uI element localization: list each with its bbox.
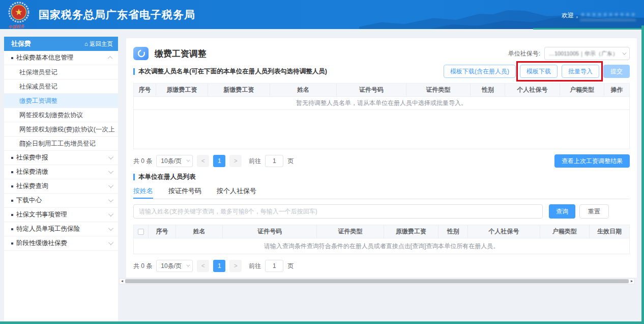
template-download-button[interactable]: 模板下载 — [520, 65, 558, 78]
scroll-right-arrow-icon[interactable]: ▸ — [629, 279, 634, 284]
bullet-icon — [11, 200, 13, 202]
col-personal-ss-no: 个人社保号 — [505, 84, 560, 96]
bullet-icon — [11, 171, 13, 173]
sidebar-group-download-center[interactable]: 下载中心 — [4, 194, 118, 208]
adjust-staff-empty-message: 暂无待调整人员名单，请从本单位在册人员中选择或批量导入。 — [134, 97, 629, 110]
chevron-up-icon — [108, 56, 113, 61]
col-select-all — [134, 225, 149, 238]
col-gender: 性别 — [438, 225, 468, 238]
chevron-down-icon — [108, 169, 113, 174]
home-icon: ⌂ — [84, 41, 88, 47]
adjust-staff-table: 序号 原缴费工资 新缴费工资 姓名 证件号码 证件类型 性别 个人社保号 户籍类… — [133, 83, 630, 149]
page-size-select[interactable]: 10条/页 — [156, 155, 193, 167]
scrollbar-thumb[interactable] — [125, 279, 629, 283]
welcome-prefix: 欢迎， — [562, 12, 580, 19]
sidebar-group-payoff[interactable]: 社保费清缴 — [4, 165, 118, 179]
select-all-checkbox[interactable] — [138, 229, 144, 235]
goto-page-input[interactable] — [265, 155, 283, 167]
registered-staff-empty-message: 请输入查询条件查询符合条件的在册人员或者直接点击[查询]查询本单位所有在册人员。 — [134, 238, 629, 254]
total-count: 共 0 条 — [133, 262, 152, 271]
sidebar-group-label: 社保费查询 — [16, 182, 48, 191]
scroll-left-arrow-icon[interactable]: ◂ — [120, 279, 125, 284]
sidebar-title: 社保费 — [11, 39, 31, 48]
back-home-label: 返回主页 — [90, 40, 113, 48]
submit-button[interactable]: 提交 — [603, 65, 630, 78]
section2-header-row: 本单位在册人员列表 — [133, 172, 630, 182]
col-name: 姓名 — [176, 225, 223, 238]
sidebar-item-remove-staff[interactable]: 社保减员登记 — [4, 79, 118, 94]
staff-name-search-input[interactable] — [133, 204, 543, 219]
tab-by-personal-ss[interactable]: 按个人社保号 — [217, 184, 256, 199]
back-home-link[interactable]: ⌂ 返回主页 — [84, 40, 113, 48]
logo-caption: 中国税务 — [8, 23, 25, 29]
unit-social-insurance-field: 单位社保号: …10011005｜华示（广东）单位社… — [508, 47, 630, 60]
bullet-icon — [11, 214, 13, 216]
red-annotation-box: 模板下载 批量导入 — [520, 65, 599, 78]
sidebar-item-esign-tax-agreement[interactable]: 网签授权划缴税(费)款协议(一次上门) — [4, 122, 118, 137]
sidebar-group-query[interactable]: 社保费查询 — [4, 179, 118, 194]
col-id-number: 证件号码 — [337, 84, 406, 96]
chevron-down-icon — [187, 158, 190, 162]
goto-page-input[interactable] — [265, 260, 283, 272]
adjust-staff-table-blank-area — [134, 110, 629, 149]
main-panel: 缴费工资调整 单位社保号: …10011005｜华示（广东）单位社… 本次调整人… — [126, 38, 637, 278]
prev-page-button[interactable]: < — [197, 155, 209, 167]
welcome-username-masked[interactable]: ＊＊＊＊＊＊＊＊＊＊ — [580, 11, 636, 20]
sidebar-group-document-matters[interactable]: 社保文书事项管理 — [4, 208, 118, 222]
sidebar-group-label: 阶段性缓缴社保费 — [16, 239, 67, 248]
unit-social-insurance-value-masked: …10011005｜华示（广东）单位社… — [549, 50, 618, 58]
unit-social-insurance-select[interactable]: …10011005｜华示（广东）单位社… — [544, 47, 630, 60]
section1-header-row: 本次调整人员名单(可在下面的本单位在册人员列表勾选待调整人员) 模板下载(含在册… — [133, 63, 630, 80]
col-new-wage: 新缴费工资 — [208, 84, 270, 96]
bullet-icon — [11, 228, 13, 230]
sidebar-group-label: 社保费清缴 — [16, 168, 48, 176]
wallet-icon — [133, 47, 149, 60]
batch-import-button[interactable]: 批量导入 — [562, 65, 599, 78]
col-id-type: 证件类型 — [317, 225, 384, 238]
col-household-type: 户籍类型 — [540, 225, 590, 238]
page: { "colors": { "accent": "#409eff", "head… — [0, 0, 644, 324]
sidebar-item-esign-fee-agreement[interactable]: 网签授权划缴费款协议 — [4, 108, 118, 122]
sidebar-group-label: 社保文书事项管理 — [16, 210, 67, 219]
unit-social-insurance-label: 单位社保号: — [508, 49, 540, 58]
template-download-with-staff-button[interactable]: 模板下载(含在册人员) — [444, 65, 516, 78]
viewport-frame-top-segment — [533, 28, 644, 30]
page-size-select[interactable]: 10条/页 — [156, 260, 193, 272]
view-last-adjust-result-button[interactable]: 查看上次工资调整结果 — [554, 154, 630, 168]
section2-title: 本单位在册人员列表 — [133, 173, 196, 181]
sidebar-group-label: 下载中心 — [16, 196, 42, 205]
sidebar-group-declare[interactable]: 社保费申报 — [4, 151, 118, 165]
sidebar-group-phased-deferral[interactable]: 阶段性缓缴社保费 — [4, 236, 118, 251]
viewport-frame-bottom — [0, 321, 644, 324]
col-name: 姓名 — [270, 84, 337, 96]
query-button[interactable]: 查询 — [549, 204, 575, 219]
national-emblem-icon — [7, 2, 31, 25]
col-id-type: 证件类型 — [406, 84, 471, 96]
goto-label: 前往 — [249, 262, 261, 271]
current-page-button[interactable]: 1 — [213, 260, 225, 272]
sidebar-group-basic-info[interactable]: 社保费基本信息管理 — [4, 51, 118, 65]
sidebar-item-add-staff[interactable]: 社保增员登记 — [4, 65, 118, 79]
sidebar-group-special-injury-insurance[interactable]: 特定人员单项工伤保险 — [4, 222, 118, 236]
sidebar-item-wage-adjust-active[interactable]: 缴费工资调整 — [4, 94, 118, 108]
prev-page-button[interactable]: < — [197, 260, 209, 272]
reset-button[interactable]: 重置 — [579, 204, 609, 219]
next-page-button[interactable]: > — [229, 260, 242, 272]
sidebar-group-label: 社保费申报 — [16, 153, 48, 162]
tab-by-name[interactable]: 按姓名 — [133, 184, 153, 199]
tab-by-id-number[interactable]: 按证件号码 — [168, 184, 201, 199]
sidebar-item-parttime-injury-register[interactable]: 非全日制用工工伤增员登记 — [4, 137, 118, 151]
page-title: 缴费工资调整 — [155, 48, 207, 60]
page-unit-label: 页 — [287, 262, 294, 271]
col-household-type: 户籍类型 — [560, 84, 605, 96]
horizontal-scrollbar[interactable]: ◂ ▸ — [119, 278, 635, 284]
chevron-down-icon — [108, 240, 113, 245]
next-page-button[interactable]: > — [229, 155, 242, 167]
current-page-button[interactable]: 1 — [213, 155, 225, 167]
chevron-down-icon — [187, 263, 190, 267]
welcome-text: 欢迎，＊＊＊＊＊＊＊＊＊＊ — [562, 11, 636, 20]
col-action: 操作 — [604, 84, 629, 96]
bullet-icon — [11, 185, 13, 187]
goto-label: 前往 — [249, 157, 261, 166]
chevron-down-icon — [108, 154, 113, 159]
